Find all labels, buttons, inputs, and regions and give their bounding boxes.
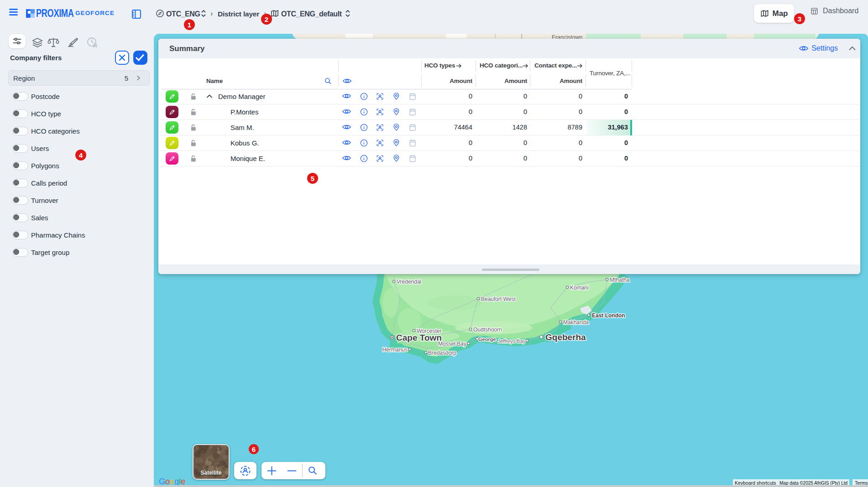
svg-text:Oudtshoorn: Oudtshoorn [473,326,502,333]
svg-text:Mthatha: Mthatha [610,277,630,283]
svg-text:East London: East London [592,312,625,319]
svg-text:Makhanda: Makhanda [563,319,589,326]
svg-text:Vredendal: Vredendal [397,279,421,285]
svg-text:Gqeberha: Gqeberha [545,332,586,342]
svg-text:Beaufort West: Beaufort West [481,296,516,302]
svg-text:Bredasdorp: Bredasdorp [428,350,456,356]
svg-text:Komani: Komani [570,285,589,291]
svg-text:Cape Town: Cape Town [396,333,442,342]
svg-text:Hermanus: Hermanus [382,347,408,353]
svg-text:Jeffreys Bay: Jeffreys Bay [498,338,526,344]
svg-text:Mossel Bay: Mossel Bay [438,341,466,347]
svg-text:George: George [478,337,496,342]
